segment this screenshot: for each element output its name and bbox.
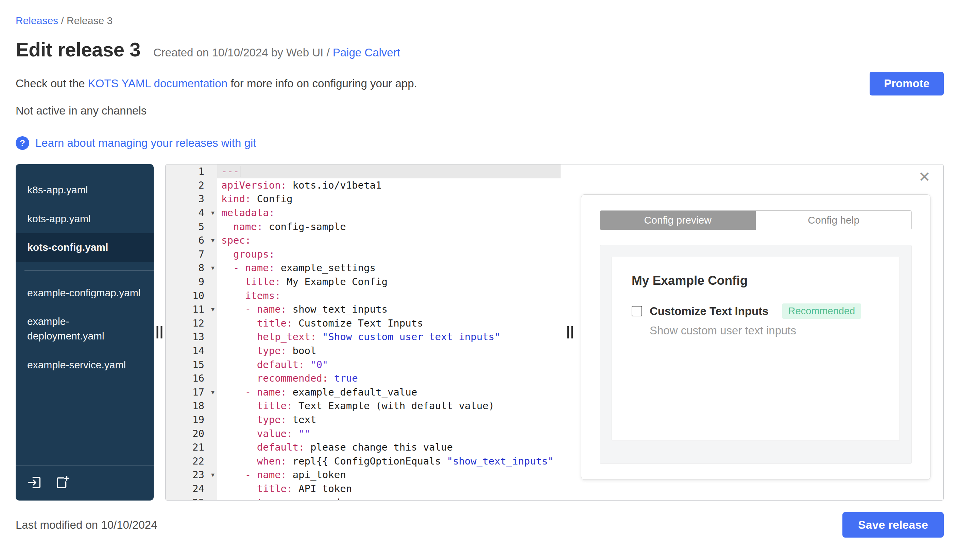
line-number: 23▾ [166, 468, 217, 482]
docs-info-pre: Check out the [16, 77, 88, 90]
git-releases-help-link[interactable]: Learn about managing your releases with … [35, 137, 256, 150]
code-text: type: text [217, 413, 561, 427]
code-text: --- [217, 165, 561, 179]
import-file-icon[interactable] [27, 475, 43, 490]
line-number: 14 [166, 344, 217, 358]
code-line[interactable]: 23▾ - name: api_token [166, 468, 561, 482]
code-text: title: My Example Config [217, 275, 561, 289]
fold-toggle-icon[interactable]: ▾ [211, 209, 214, 217]
preview-resize-handle[interactable] [568, 326, 573, 339]
sidebar-resize-handle[interactable] [157, 326, 162, 339]
code-line[interactable]: 16 recommended: true [166, 372, 561, 385]
docs-info-text: Check out the KOTS YAML documentation fo… [16, 77, 417, 90]
customize-text-inputs-checkbox[interactable] [632, 306, 642, 316]
line-number: 12 [166, 316, 217, 330]
code-line[interactable]: 15 default: "0" [166, 358, 561, 372]
code-text: type: password [217, 495, 561, 500]
code-line[interactable]: 13 help_text: "Show custom user text inp… [166, 330, 561, 344]
line-number: 13 [166, 330, 217, 344]
info-row: Check out the KOTS YAML documentation fo… [16, 72, 944, 95]
created-on-text: Created on 10/10/2024 by Web UI / [153, 46, 333, 59]
tab-config-preview[interactable]: Config preview [600, 211, 756, 230]
sidebar-file-kots-config.yaml[interactable]: kots-config.yaml [16, 233, 154, 262]
code-line[interactable]: 21 default: please change this value [166, 440, 561, 454]
code-line[interactable]: 17▾ - name: example_default_value [166, 385, 561, 399]
code-line[interactable]: 1--- [166, 165, 561, 179]
config-preview-panel: ✕ Config preview Config help My Example … [580, 165, 944, 500]
code-line[interactable]: 9 title: My Example Config [166, 275, 561, 289]
code-text: spec: [217, 233, 561, 247]
close-icon[interactable]: ✕ [918, 170, 931, 184]
line-number: 24 [166, 482, 217, 496]
question-mark-icon: ? [16, 136, 29, 150]
breadcrumb-releases-link[interactable]: Releases [16, 15, 58, 26]
code-line[interactable]: 25 type: password [166, 495, 561, 500]
code-line[interactable]: 6▾spec: [166, 233, 561, 247]
sidebar-file-kots-app.yaml[interactable]: kots-app.yaml [16, 204, 154, 233]
code-text: - name: example_default_value [217, 385, 561, 399]
config-item-row: Customize Text Inputs Recommended [632, 304, 880, 319]
title-row: Edit release 3 Created on 10/10/2024 by … [16, 38, 944, 61]
code-line[interactable]: 10 items: [166, 288, 561, 302]
recommended-badge: Recommended [782, 304, 861, 319]
promote-button[interactable]: Promote [869, 72, 944, 95]
code-line[interactable]: 12 title: Customize Text Inputs [166, 316, 561, 330]
kots-docs-link[interactable]: KOTS YAML documentation [88, 77, 227, 90]
tab-config-help[interactable]: Config help [756, 211, 912, 230]
code-text: - name: api_token [217, 468, 561, 482]
line-number: 20 [166, 426, 217, 440]
sidebar-gap [154, 164, 165, 500]
code-line[interactable]: 4▾metadata: [166, 206, 561, 220]
code-line[interactable]: 3kind: Config [166, 192, 561, 206]
breadcrumb-current: Release 3 [67, 15, 113, 26]
code-text: items: [217, 288, 561, 302]
code-line[interactable]: 2apiVersion: kots.io/v1beta1 [166, 179, 561, 192]
line-number: 5 [166, 220, 217, 233]
preview-tabbar: Config preview Config help [600, 210, 912, 230]
code-line[interactable]: 8▾ - name: example_settings [166, 261, 561, 275]
code-line[interactable]: 7 groups: [166, 247, 561, 261]
fold-toggle-icon[interactable]: ▾ [211, 305, 214, 313]
line-number: 1 [166, 165, 217, 179]
file-sidebar: k8s-app.yamlkots-app.yamlkots-config.yam… [16, 164, 154, 500]
config-item-help-text: Show custom user text inputs [650, 324, 880, 337]
footer: Last modified on 10/10/2024 Save release [16, 512, 944, 538]
new-file-icon[interactable] [54, 475, 70, 490]
line-number: 3 [166, 192, 217, 206]
line-number: 16 [166, 372, 217, 385]
handle-bar [161, 326, 162, 339]
code-line[interactable]: 19 type: text [166, 413, 561, 427]
code-text: apiVersion: kots.io/v1beta1 [217, 179, 561, 192]
line-number: 11▾ [166, 302, 217, 316]
line-number: 19 [166, 413, 217, 427]
code-text: default: "0" [217, 358, 561, 372]
fold-toggle-icon[interactable]: ▾ [211, 471, 214, 479]
code-line[interactable]: 5 name: config-sample [166, 220, 561, 233]
author-link[interactable]: Paige Calvert [333, 46, 400, 59]
docs-info-post: for more info on configuring your app. [227, 77, 417, 90]
save-release-button[interactable]: Save release [842, 512, 944, 538]
sidebar-file-example-service.yaml[interactable]: example-service.yaml [16, 351, 154, 380]
sidebar-file-k8s-app.yaml[interactable]: k8s-app.yaml [16, 176, 154, 204]
code-text: kind: Config [217, 192, 561, 206]
code-line[interactable]: 18 title: Text Example (with default val… [166, 399, 561, 413]
yaml-editor[interactable]: 1---2apiVersion: kots.io/v1beta13kind: C… [166, 165, 561, 500]
code-line[interactable]: 24 title: API token [166, 482, 561, 496]
code-line[interactable]: 20 value: "" [166, 426, 561, 440]
line-number: 6▾ [166, 233, 217, 247]
line-number: 17▾ [166, 385, 217, 399]
page: Releases / Release 3 Edit release 3 Crea… [0, 0, 958, 538]
fold-toggle-icon[interactable]: ▾ [211, 388, 214, 396]
code-text: name: config-sample [217, 220, 561, 233]
code-lines: 1---2apiVersion: kots.io/v1beta13kind: C… [166, 165, 561, 500]
sidebar-file-example-configmap.yaml[interactable]: example-configmap.yaml [16, 278, 154, 307]
code-line[interactable]: 14 type: bool [166, 344, 561, 358]
sidebar-file-example-deployment.yaml[interactable]: example-deployment.yaml [16, 307, 154, 350]
code-text: groups: [217, 247, 561, 261]
code-line[interactable]: 11▾ - name: show_text_inputs [166, 302, 561, 316]
file-list-divider [24, 270, 154, 271]
fold-toggle-icon[interactable]: ▾ [211, 236, 214, 244]
line-number: 22 [166, 454, 217, 468]
code-line[interactable]: 22 when: repl{{ ConfigOptionEquals "show… [166, 454, 561, 468]
fold-toggle-icon[interactable]: ▾ [211, 264, 214, 272]
